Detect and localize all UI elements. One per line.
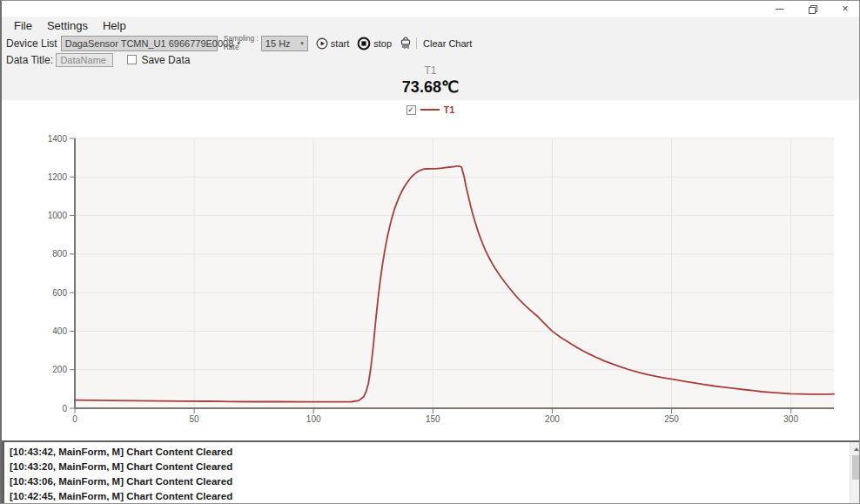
minimize-icon xyxy=(776,9,783,10)
sampling-rate-label: Sampling : Rate xyxy=(224,35,259,52)
chart-header: T1 73.68℃ xyxy=(2,64,859,97)
title-bar: × xyxy=(2,1,859,17)
svg-text:1400: 1400 xyxy=(48,134,68,144)
log-entry: [10:43:42, MainForm, M] Chart Content Cl… xyxy=(10,445,856,460)
app-window: × File Settings Help Device List DagaSen… xyxy=(0,0,860,504)
menu-file[interactable]: File xyxy=(10,18,36,33)
restore-button[interactable] xyxy=(805,3,819,15)
close-icon: × xyxy=(842,3,848,14)
window-controls: × xyxy=(772,3,852,15)
svg-text:1000: 1000 xyxy=(48,211,68,220)
svg-text:100: 100 xyxy=(306,414,321,424)
menu-help[interactable]: Help xyxy=(99,18,130,33)
clear-chart-label: Clear Chart xyxy=(423,38,472,49)
chart-plot: 0200400600800100012001400050100150200250… xyxy=(2,121,860,440)
svg-text:600: 600 xyxy=(52,288,67,298)
svg-text:0: 0 xyxy=(62,404,67,413)
svg-text:800: 800 xyxy=(52,249,67,259)
log-scrollbar[interactable] xyxy=(850,442,860,503)
menu-settings[interactable]: Settings xyxy=(44,18,91,33)
stop-circle-icon xyxy=(357,37,371,50)
log-lines: [10:43:42, MainForm, M] Chart Content Cl… xyxy=(4,442,860,504)
svg-text:300: 300 xyxy=(783,414,798,424)
sampling-rate-select[interactable]: 15 Hz ▾ xyxy=(261,36,308,51)
brush-icon xyxy=(400,37,412,50)
svg-text:250: 250 xyxy=(664,414,679,424)
stop-button[interactable]: stop xyxy=(357,37,392,50)
svg-text:200: 200 xyxy=(545,414,560,424)
device-list-select[interactable]: DagaSensor TCMN_U1 6966779E0008 ▾ xyxy=(61,36,218,51)
restore-icon xyxy=(809,5,816,12)
device-list-value: DagaSensor TCMN_U1 6966779E0008 xyxy=(65,38,234,49)
close-button[interactable]: × xyxy=(838,3,852,15)
chart-current-value: 73.68℃ xyxy=(2,77,859,97)
scrollbar-thumb[interactable] xyxy=(852,455,860,480)
svg-text:400: 400 xyxy=(52,326,67,336)
svg-text:50: 50 xyxy=(190,414,200,424)
minimize-button[interactable] xyxy=(772,3,786,15)
legend-line-swatch xyxy=(420,109,440,111)
svg-text:200: 200 xyxy=(52,365,67,374)
legend-checkbox[interactable] xyxy=(406,105,416,115)
start-button[interactable]: start xyxy=(316,37,349,50)
log-entry: [10:42:45, MainForm, M] Chart Content Cl… xyxy=(10,489,856,504)
log-entry: [10:43:06, MainForm, M] Chart Content Cl… xyxy=(10,474,856,489)
svg-text:1200: 1200 xyxy=(48,172,68,182)
stop-label: stop xyxy=(373,38,392,49)
save-data-checkbox[interactable] xyxy=(127,55,137,64)
menu-bar: File Settings Help xyxy=(10,18,130,33)
scroll-up-icon[interactable] xyxy=(850,444,860,454)
device-list-label: Device List xyxy=(6,37,57,50)
svg-text:0: 0 xyxy=(72,414,77,424)
clear-chart-button[interactable]: Clear Chart xyxy=(400,37,472,50)
toolbar-row-1: Device List DagaSensor TCMN_U1 6966779E0… xyxy=(6,35,472,51)
toolbar-separator xyxy=(416,37,417,49)
log-panel: [10:43:42, MainForm, M] Chart Content Cl… xyxy=(2,440,860,504)
chart-legend: T1 xyxy=(2,104,859,115)
top-panel: File Settings Help Device List DagaSenso… xyxy=(2,17,859,100)
legend-series-label[interactable]: T1 xyxy=(444,104,455,115)
start-label: start xyxy=(331,38,349,49)
chevron-down-icon: ▾ xyxy=(300,40,304,47)
sampling-rate-value: 15 Hz xyxy=(265,38,291,49)
log-entry: [10:43:20, MainForm, M] Chart Content Cl… xyxy=(10,460,856,474)
play-circle-icon xyxy=(316,37,328,50)
svg-text:150: 150 xyxy=(426,414,440,424)
chart-title: T1 xyxy=(2,64,859,77)
